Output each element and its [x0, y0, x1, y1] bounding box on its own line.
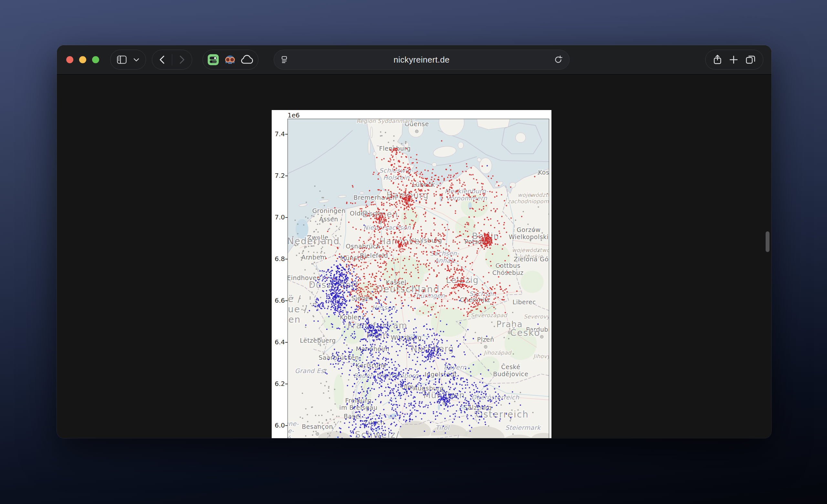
svg-text:Plzeň: Plzeň [477, 336, 494, 343]
url-text: nickyreinert.de [289, 55, 554, 65]
svg-text:Koszalin: Koszalin [538, 169, 549, 176]
svg-text:Groningen: Groningen [312, 207, 345, 214]
zoom-button[interactable] [92, 56, 99, 63]
svg-text:CottbusChóśebuz: CottbusChóśebuz [492, 262, 524, 276]
minimize-button[interactable] [79, 56, 86, 63]
matplotlib-figure: 1e6 KøbenhavnOdenseRegion SyddanmarkFlen… [272, 110, 551, 438]
forward-icon[interactable] [179, 55, 185, 64]
reload-icon[interactable] [554, 55, 563, 64]
close-button[interactable] [66, 56, 73, 63]
germany-scatter-map: KøbenhavnOdenseRegion SyddanmarkFlensbur… [288, 119, 549, 438]
extensions-group [202, 50, 258, 70]
svg-text:Würzburg: Würzburg [391, 334, 422, 341]
svg-text:Oberösterreich: Oberösterreich [471, 394, 520, 401]
svg-text:Steiermark: Steiermark [505, 424, 541, 431]
chevron-down-icon[interactable] [134, 58, 139, 62]
browser-toolbar: nickyreinert.de [57, 45, 771, 74]
svg-text:Liberec: Liberec [513, 298, 536, 305]
share-icon[interactable] [713, 55, 722, 65]
svg-text:Nederland: Nederland [288, 236, 340, 246]
safari-window: nickyreinert.de 1e6 [57, 45, 771, 438]
svg-text:Grand Est: Grand Est [295, 367, 327, 374]
svg-text:Jihovýchod: Jihovýchod [533, 353, 549, 359]
svg-text:Österreich: Österreich [476, 409, 529, 420]
window-actions-group [705, 50, 763, 70]
svg-text:Tirol: Tirol [435, 424, 450, 431]
scrollbar-thumb[interactable] [766, 231, 770, 252]
url-field[interactable]: nickyreinert.de [274, 50, 570, 70]
toggles-extension-icon[interactable] [207, 54, 219, 65]
page-settings-icon[interactable] [281, 56, 289, 64]
svg-text:Besançon: Besançon [302, 423, 333, 430]
tab-overview-icon[interactable] [745, 55, 756, 64]
svg-text:Region Syddanmark: Region Syddanmark [356, 119, 414, 124]
sidebar-button-group [110, 50, 146, 70]
svg-text:Severovýchod: Severovýchod [524, 313, 549, 320]
page-content: 1e6 KøbenhavnOdenseRegion SyddanmarkFlen… [57, 74, 771, 438]
svg-text:Nürnberg: Nürnberg [411, 344, 454, 354]
svg-text:Jihozápad: Jihozápad [483, 349, 512, 356]
new-tab-icon[interactable] [729, 55, 738, 64]
svg-text:Česko: Česko [510, 327, 540, 338]
svg-text:Osnabrück: Osnabrück [346, 243, 380, 250]
goggles-extension-icon[interactable] [224, 54, 236, 65]
svg-text:Lëtzebuerg: Lëtzebuerg [300, 337, 336, 344]
y-axis-offset-label: 1e6 [288, 111, 300, 119]
back-icon[interactable] [159, 55, 165, 64]
svg-text:Severozápad: Severozápad [470, 312, 507, 319]
svg-text:Baden-Württemberg: Baden-Württemberg [353, 372, 419, 379]
map-axes: KøbenhavnOdenseRegion SyddanmarkFlensbur… [288, 119, 549, 438]
svg-text:Mannheim: Mannheim [356, 345, 390, 352]
sidebar-icon[interactable] [117, 56, 127, 64]
svg-text:Zielona Góra: Zielona Góra [514, 256, 549, 263]
cloud-extension-icon[interactable] [241, 55, 254, 64]
svg-text:Bremerhaven: Bremerhaven [353, 194, 397, 201]
history-button-group [152, 50, 192, 70]
desktop-background: nickyreinert.de 1e6 [0, 0, 827, 504]
divider [172, 54, 173, 65]
